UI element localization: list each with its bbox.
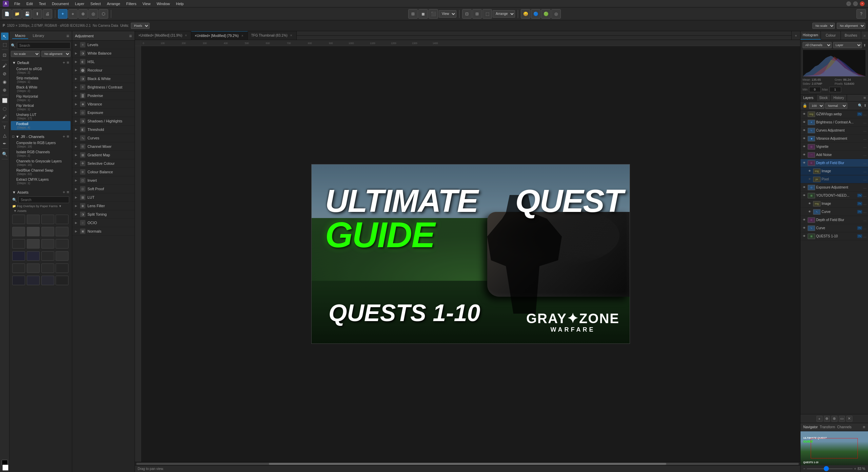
- asset-thumb-6[interactable]: [27, 227, 40, 236]
- doc-tab-2[interactable]: ×Untitled× [Modified] (79.2%) ×: [191, 31, 248, 40]
- asset-thumb-7[interactable]: [41, 227, 54, 236]
- tool-clone[interactable]: ⊕: [1, 86, 8, 94]
- asset-thumb-10[interactable]: [27, 239, 40, 249]
- panel-menu-btn[interactable]: ≡: [66, 33, 69, 39]
- macro-section-jr-header[interactable]: □ ▼ JR - Channels + ≡: [11, 133, 71, 140]
- tool-text[interactable]: T: [1, 123, 8, 131]
- layer-item-brightness-contrast[interactable]: 👁 ☀ Brightness / Contrast A... …: [801, 118, 868, 126]
- layer-options-noise[interactable]: …: [863, 153, 867, 157]
- layer-item-youtdont[interactable]: 👁 ▦ YOUTDONT+NEED... 7× …: [801, 192, 868, 200]
- adj-item-curves[interactable]: ▶ ∿ Curves: [72, 134, 135, 142]
- asset-thumb-11[interactable]: [41, 239, 54, 249]
- layer-options-dof[interactable]: …: [863, 161, 867, 165]
- layer-eye-gzwvlogo[interactable]: 👁: [802, 112, 807, 117]
- layers-tab-history[interactable]: History: [831, 95, 847, 101]
- toolbar-open[interactable]: 📁: [12, 9, 22, 19]
- layer-eye-image-7x[interactable]: 👁: [807, 201, 812, 206]
- toolbar-persona-export[interactable]: ⬡: [99, 9, 108, 19]
- tool-shape[interactable]: △: [1, 132, 8, 139]
- layer-item-curve-sub[interactable]: 👁 ∿ Curve 7× …: [801, 208, 868, 216]
- nav-tab-transform[interactable]: Transform: [820, 425, 835, 429]
- toolbar-persona-photo[interactable]: ✦: [58, 9, 67, 19]
- layer-eye-youtdont[interactable]: 👁: [802, 193, 807, 198]
- window-minimize[interactable]: −: [846, 1, 851, 6]
- macro-item-flip-h[interactable]: Flip Horizontal (Steps: 1): [11, 94, 71, 103]
- toolbar-export[interactable]: ⬆: [33, 9, 42, 19]
- macro-item-convert-srgb[interactable]: Convert to sRGB (Steps: 2): [11, 66, 71, 75]
- layers-search-icon[interactable]: 🔍: [858, 103, 863, 108]
- asset-thumb-21[interactable]: [12, 276, 25, 285]
- adj-item-bw[interactable]: ▶ ◑ Black & White: [72, 75, 135, 83]
- adj-item-brightness[interactable]: ▶ ☀ Brightness / Contrast: [72, 83, 135, 92]
- toolbar-view-3[interactable]: ⬛: [429, 9, 438, 19]
- scrollbar-thumb[interactable]: [269, 463, 666, 465]
- section-add-btn[interactable]: +: [63, 60, 65, 65]
- tool-erase[interactable]: ⊘: [1, 70, 8, 77]
- layer-eye-exposure[interactable]: 👁: [802, 185, 807, 190]
- layer-options-exposure[interactable]: …: [863, 185, 867, 189]
- assets-search-input[interactable]: [18, 196, 69, 203]
- toolbar-persona-tone[interactable]: ◎: [88, 9, 98, 19]
- tool-paint[interactable]: 🖌: [1, 62, 8, 69]
- tool-crop[interactable]: ⊡: [1, 51, 8, 59]
- assets-add-btn[interactable]: +: [63, 190, 65, 195]
- tool-dodge[interactable]: ◉: [1, 78, 8, 85]
- layer-options-image-7x[interactable]: …: [863, 202, 867, 205]
- layer-eye-dof[interactable]: 👁: [802, 161, 807, 165]
- toolbar-arrange-3[interactable]: ⬚: [482, 9, 492, 19]
- toolbar-arrange-2[interactable]: ⊞: [472, 9, 482, 19]
- asset-thumb-19[interactable]: [41, 263, 54, 273]
- macro-item-channels-grey[interactable]: Channels to Greyscale Layers (Steps: 16): [11, 158, 71, 168]
- layer-options-dof-2[interactable]: …: [863, 218, 867, 222]
- asset-thumb-23[interactable]: [41, 276, 54, 285]
- asset-thumb-20[interactable]: [56, 263, 68, 273]
- layer-eye-noise[interactable]: 👁: [802, 153, 807, 157]
- tool-move[interactable]: ↖: [1, 33, 8, 40]
- toolbar-assistant-1[interactable]: 😀: [521, 9, 530, 19]
- macro-item-rb-swap[interactable]: Red/Blue Channel Swap (Steps: 22): [11, 168, 71, 177]
- macro-item-extract-cmyk[interactable]: Extract CMYK Layers (Steps: 1): [11, 177, 71, 186]
- layer-item-dof-blur[interactable]: 👁 ⊙ Depth of Field Blur …: [801, 159, 868, 167]
- layer-eye-vignette[interactable]: 👁: [802, 144, 807, 149]
- asset-thumb-16[interactable]: [56, 251, 68, 261]
- layers-opacity-input[interactable]: 100: [809, 103, 824, 109]
- tool-zoom[interactable]: 🔍: [1, 150, 8, 158]
- tool-color-back[interactable]: [2, 465, 8, 471]
- layer-eye-image-sub[interactable]: 👁: [807, 169, 812, 174]
- layer-eye-curve-main[interactable]: 👁: [802, 226, 807, 231]
- adj-item-soft-proof[interactable]: ▶ ◎ Soft Proof: [72, 185, 135, 193]
- adj-item-channel-mixer[interactable]: ▶ ⊞ Channel Mixer: [72, 142, 135, 151]
- layer-options-quests[interactable]: …: [863, 234, 867, 238]
- layers-footer-group[interactable]: ⊗: [831, 416, 837, 422]
- toolbar-arrange-select[interactable]: Arrange: [493, 10, 515, 18]
- window-close[interactable]: ×: [860, 1, 865, 6]
- panel-tab-library[interactable]: Library: [30, 33, 47, 39]
- tab-brushes[interactable]: Brushes: [841, 31, 861, 40]
- nav-tab-channels[interactable]: Channels: [837, 425, 851, 429]
- adj-item-threshold[interactable]: ▶ ◧ Threshold: [72, 125, 135, 134]
- canvas-viewport[interactable]: ULTIMATE QUEST GUIDE QUESTS 1-10 GRAY✦ZO…: [141, 46, 800, 462]
- jr-section-menu[interactable]: ≡: [66, 134, 69, 139]
- asset-thumb-17[interactable]: [12, 263, 25, 273]
- assets-section-header[interactable]: ▼ Assets + ≡: [11, 189, 71, 196]
- adj-item-ocio[interactable]: ▶ ○ OCIO: [72, 219, 135, 227]
- layers-footer-adj[interactable]: ⊕: [824, 416, 830, 422]
- toolbar-assistant-4[interactable]: ◎: [551, 9, 561, 19]
- layer-item-gzwvlogo[interactable]: 👁 img GZWVlogo.webp 7× …: [801, 110, 868, 118]
- layer-item-pixel-sub[interactable]: 👁 px Pixel …: [801, 175, 868, 183]
- layer-eye-vibrance[interactable]: 👁: [802, 136, 807, 141]
- adj-item-hsl[interactable]: ▶ ◐ HSL: [72, 58, 135, 66]
- histogram-channel-select[interactable]: All Channels: [803, 42, 832, 48]
- alignment-select[interactable]: No alignment: [837, 23, 865, 29]
- layer-item-curve-main[interactable]: 👁 ∿ Curve 7× …: [801, 224, 868, 232]
- doc-tab-3[interactable]: TFG Thumbnail (83.1%) ×: [248, 31, 297, 40]
- asset-thumb-4[interactable]: [56, 215, 68, 224]
- assets-menu-btn[interactable]: ≡: [66, 190, 69, 195]
- histogram-tab-expand[interactable]: ≡: [861, 31, 868, 40]
- asset-thumb-14[interactable]: [27, 251, 40, 261]
- layer-options-vibrance[interactable]: …: [863, 137, 867, 140]
- layer-options-pixel-sub[interactable]: …: [863, 177, 867, 181]
- layer-options-curve-main[interactable]: …: [863, 226, 867, 230]
- layer-item-quests-1-10[interactable]: 👁 ▦ QUESTS 1-10 7× …: [801, 232, 868, 240]
- doc-tab-1-close[interactable]: ×: [184, 33, 188, 38]
